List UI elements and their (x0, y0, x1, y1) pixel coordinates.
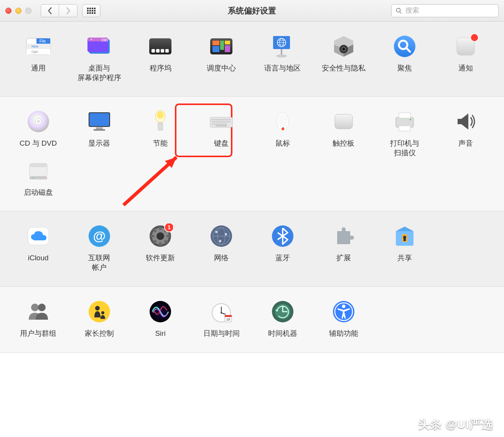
datetime-icon: 18 (209, 299, 234, 324)
pref-security[interactable]: 安全性与隐私 (313, 34, 374, 82)
pref-parental[interactable]: 家长控制 (69, 299, 130, 338)
svg-point-35 (394, 36, 415, 57)
toolbar: 系统偏好设置 (0, 0, 504, 21)
pref-label: 语言与地区 (264, 64, 301, 73)
notifications-icon (453, 34, 478, 59)
pref-label: 打印机与 扫描仪 (390, 139, 419, 158)
close-button[interactable] (5, 8, 12, 14)
pref-label: 节能 (153, 139, 168, 148)
pref-internet[interactable]: @互联网 帐户 (69, 223, 130, 272)
users-icon (26, 299, 51, 324)
pref-label: 桌面与 屏幕保护程序 (77, 64, 121, 82)
pref-label: 通用 (31, 64, 46, 73)
pref-label: 调度中心 (207, 64, 236, 73)
svg-rect-17 (165, 49, 169, 53)
pref-sharing[interactable]: 共享 (374, 223, 435, 272)
svg-text:1: 1 (168, 224, 171, 230)
pref-users[interactable]: 用户与群组 (8, 299, 69, 338)
pref-desktop[interactable]: 桌面与 屏幕保护程序 (69, 34, 130, 82)
pref-startup[interactable]: 启动磁盘 (8, 158, 69, 197)
svg-rect-96 (159, 226, 161, 230)
bluetooth-icon (270, 223, 295, 249)
pref-mouse[interactable]: 🍎鼠标 (252, 109, 313, 158)
pref-language[interactable]: 语言与地区 (252, 34, 313, 82)
sharing-icon (392, 223, 417, 249)
svg-rect-21 (225, 41, 230, 44)
search-field[interactable] (391, 4, 499, 17)
language-icon (270, 34, 295, 59)
icloud-icon (26, 223, 51, 249)
svg-point-86 (410, 119, 411, 120)
pref-label: 安全性与隐私 (322, 64, 366, 73)
pref-notifications[interactable]: 通知 (435, 34, 496, 82)
printers-icon (392, 109, 417, 134)
pref-dock[interactable]: 程序坞 (130, 34, 191, 82)
svg-rect-117 (404, 238, 406, 241)
energy-icon (148, 109, 173, 134)
svg-rect-84 (399, 113, 410, 118)
pref-label: 扩展 (336, 253, 351, 263)
pref-software[interactable]: 1软件更新 (130, 223, 191, 272)
svg-point-111 (215, 231, 217, 233)
pref-label: 触控板 (333, 139, 354, 148)
zoom-button[interactable] (25, 8, 31, 14)
pref-label: 聚焦 (397, 64, 412, 73)
pref-label: iCloud (28, 253, 49, 263)
pref-bluetooth[interactable]: 蓝牙 (252, 223, 313, 272)
svg-rect-20 (220, 41, 224, 50)
pref-siri[interactable]: Siri (130, 299, 191, 338)
svg-rect-53 (217, 119, 219, 120)
svg-rect-76 (223, 123, 225, 125)
pref-extensions[interactable]: 扩展 (313, 223, 374, 272)
svg-point-42 (37, 120, 40, 123)
pref-accessibility[interactable]: 辅助功能 (313, 299, 374, 338)
pref-displays[interactable]: 显示器 (69, 109, 130, 158)
svg-rect-78 (216, 125, 227, 127)
minimize-button[interactable] (15, 8, 21, 14)
search-input[interactable] (405, 7, 494, 15)
window-title: 系统偏好设置 (228, 5, 276, 16)
pref-label: 启动磁盘 (24, 188, 53, 197)
desktop-icon (87, 34, 112, 59)
pref-icloud[interactable]: iCloud (8, 223, 69, 272)
mouse-icon: 🍎 (270, 109, 295, 134)
grid-icon (87, 8, 96, 14)
pref-label: 鼠标 (275, 139, 290, 148)
svg-text:Ope: Ope (31, 50, 38, 54)
pref-general[interactable]: FileNewOpe通用 (8, 34, 69, 82)
spotlight-icon (392, 34, 417, 59)
svg-rect-5 (26, 49, 50, 54)
software-icon: 1 (148, 223, 173, 249)
pref-network[interactable]: 网络 (191, 223, 252, 272)
prefs-section-1: CD 与 DVD显示器节能键盘🍎鼠标触控板打印机与 扫描仪声音启动磁盘 (0, 97, 504, 211)
trackpad-icon (331, 109, 356, 134)
pref-mission[interactable]: 调度中心 (191, 34, 252, 82)
svg-point-10 (91, 39, 92, 40)
svg-rect-75 (221, 123, 223, 125)
pref-printers[interactable]: 打印机与 扫描仪 (374, 109, 435, 158)
prefs-section-2: iCloud@互联网 帐户1软件更新网络蓝牙扩展共享 (0, 211, 504, 286)
pref-trackpad[interactable]: 触控板 (313, 109, 374, 158)
svg-rect-68 (227, 121, 229, 123)
forward-button[interactable] (59, 4, 77, 17)
svg-rect-51 (214, 119, 215, 120)
pref-timemachine[interactable]: 时间机器 (252, 299, 313, 338)
show-all-button[interactable] (82, 4, 100, 17)
pref-label: 通知 (458, 64, 473, 73)
svg-text:18: 18 (226, 317, 230, 321)
sound-icon (453, 109, 478, 134)
network-icon (209, 223, 234, 249)
pref-sound[interactable]: 声音 (435, 109, 496, 158)
parental-icon (87, 299, 112, 324)
svg-point-90 (33, 177, 34, 178)
svg-rect-60 (212, 121, 213, 123)
svg-point-34 (343, 48, 345, 50)
pref-spotlight[interactable]: 聚焦 (374, 34, 435, 82)
pref-cd[interactable]: CD 与 DVD (8, 109, 69, 158)
mission-icon (209, 34, 234, 59)
svg-point-112 (225, 233, 227, 235)
pref-datetime[interactable]: 18日期与时间 (191, 299, 252, 338)
back-button[interactable] (41, 4, 59, 17)
pref-keyboard[interactable]: 键盘 (191, 109, 252, 158)
svg-point-136 (342, 304, 345, 308)
